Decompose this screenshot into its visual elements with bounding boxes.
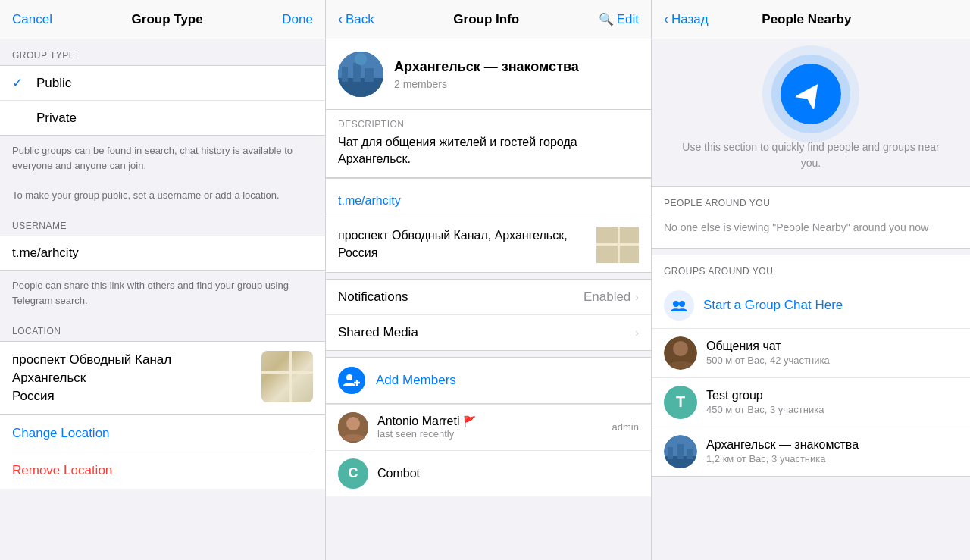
location-line2: Архангельск [12, 369, 252, 387]
obshenia-meta: 500 м от Вас, 42 участника [706, 355, 958, 366]
obshenia-avatar [664, 336, 697, 370]
arkhangelsk-info: Архангельск — знакомства 1,2 км от Вас, … [706, 438, 958, 465]
combot-avatar: C [338, 458, 368, 489]
svg-point-16 [679, 301, 685, 307]
combot-info: Combot [377, 467, 639, 480]
back-button[interactable]: ‹ Back [338, 11, 374, 27]
group-type-section: ✓ Public ✓ Private [0, 65, 325, 136]
svg-marker-14 [796, 79, 826, 109]
people-around-header: PEOPLE AROUND YOU [652, 187, 970, 214]
antonio-status: last seen recently [377, 428, 612, 440]
location-arrow-svg [796, 79, 826, 109]
edit-button[interactable]: 🔍 Edit [599, 12, 639, 27]
people-around-section: PEOPLE AROUND YOU No one else is viewing… [652, 186, 970, 249]
arkhangelsk-meta: 1,2 км от Вас, 3 участника [706, 453, 958, 465]
start-group-label: Start a Group Chat Here [703, 298, 843, 313]
start-group-icon [664, 290, 694, 321]
obshenia-name: Общения чат [706, 339, 958, 353]
test-group-name: Test group [706, 389, 958, 402]
notifications-chevron-icon: › [635, 291, 639, 303]
svg-point-15 [673, 301, 679, 307]
left-nav-bar: Cancel Group Type Done [0, 0, 325, 39]
right-back-button[interactable]: ‹ Назад [664, 11, 709, 27]
right-back-label: Назад [671, 12, 709, 27]
arkhangelsk-avatar [664, 435, 697, 468]
link-section: t.me/arhcity [326, 178, 651, 217]
group-row-arkhangelsk[interactable]: Архангельск — знакомства 1,2 км от Вас, … [652, 427, 970, 476]
arkhangelsk-avatar-svg [664, 435, 697, 468]
group-location-row[interactable]: проспект Обводный Канал, Архангельск, Ро… [326, 217, 651, 273]
username-header: USERNAME [0, 210, 325, 236]
svg-point-13 [346, 417, 360, 430]
username-value[interactable]: t.me/arhcity [0, 236, 325, 271]
group-location-text: проспект Обводный Канал, Архангельск, Ро… [338, 227, 589, 261]
left-nav-title: Group Type [132, 12, 203, 27]
location-line3: Россия [12, 387, 252, 405]
private-option[interactable]: ✓ Private [0, 101, 325, 135]
svg-point-5 [355, 53, 367, 65]
add-members-label: Add Members [376, 373, 456, 388]
nearby-description: Use this section to quickly find people … [652, 139, 970, 186]
middle-panel: ‹ Back Group Info 🔍 Edit [326, 0, 652, 560]
group-header: Архангельск — знакомства 2 members [326, 39, 651, 110]
antonio-role: admin [612, 421, 639, 433]
remove-location-button[interactable]: Remove Location [0, 452, 325, 489]
notifications-row[interactable]: Notifications Enabled › [326, 280, 651, 315]
combot-name: Combot [377, 467, 639, 480]
done-button[interactable]: Done [282, 12, 313, 27]
antonio-avatar [338, 412, 368, 443]
add-members-svg [343, 372, 360, 389]
right-back-chevron-icon: ‹ [664, 11, 668, 27]
member-row-antonio[interactable]: Antonio Marreti 🚩 last seen recently adm… [326, 404, 651, 450]
group-link[interactable]: t.me/arhcity [338, 194, 639, 208]
antonio-info: Antonio Marreti 🚩 last seen recently [377, 415, 612, 440]
public-checkmark: ✓ [12, 75, 27, 91]
public-info-p1: Public groups can be found in search, ch… [12, 143, 313, 173]
middle-nav-title: Group Info [453, 12, 519, 27]
nearby-icon-wrap [652, 39, 970, 139]
group-avatar[interactable] [338, 52, 383, 97]
obshenia-info: Общения чат 500 м от Вас, 42 участника [706, 339, 958, 366]
group-info-text: Архангельск — знакомства 2 members [394, 58, 639, 89]
antonio-name: Antonio Marreti 🚩 [377, 415, 612, 428]
back-chevron-icon: ‹ [338, 11, 343, 27]
svg-rect-4 [365, 68, 374, 82]
group-name: Архангельск — знакомства [394, 58, 639, 76]
group-location-map [596, 227, 639, 263]
svg-rect-8 [618, 227, 620, 263]
public-option[interactable]: ✓ Public [0, 66, 325, 101]
group-type-header: GROUP TYPE [0, 39, 325, 65]
username-info-text: People can share this link with others a… [0, 271, 325, 315]
test-avatar: T [664, 386, 697, 419]
svg-rect-2 [342, 67, 348, 82]
description-label: DESCRIPTION [338, 119, 639, 130]
group-map-svg [596, 227, 639, 263]
location-map-thumbnail[interactable] [261, 351, 313, 402]
right-panel: ‹ Назад People Nearby Use this section t… [652, 0, 970, 560]
notifications-value: Enabled [584, 289, 630, 305]
groups-around-section: GROUPS AROUND YOU Start a Group Chat Her… [652, 255, 970, 477]
antonio-flag-icon: 🚩 [463, 415, 476, 427]
groups-around-header: GROUPS AROUND YOU [652, 255, 970, 283]
member-row-combot[interactable]: C Combot [326, 450, 651, 496]
add-members-row[interactable]: Add Members [326, 357, 651, 404]
description-text: Чат для общения жителей и гостей города … [338, 134, 639, 168]
public-info-text: Public groups can be found in search, ch… [0, 136, 325, 210]
location-line1: проспект Обводный Канал [12, 351, 252, 369]
group-row-test[interactable]: T Test group 450 м от Вас, 3 участника [652, 378, 970, 427]
group-row-obshenia[interactable]: Общения чат 500 м от Вас, 42 участника [652, 329, 970, 378]
people-around-empty: No one else is viewing "People Nearby" a… [652, 214, 970, 248]
middle-nav-bar: ‹ Back Group Info 🔍 Edit [326, 0, 651, 39]
group-avatar-image [338, 52, 383, 97]
svg-rect-3 [353, 63, 361, 82]
start-group-row[interactable]: Start a Group Chat Here [652, 283, 970, 329]
arkhangelsk-nearby-name: Архангельск — знакомства [706, 438, 958, 452]
cancel-button[interactable]: Cancel [12, 12, 52, 27]
notifications-label: Notifications [338, 289, 584, 305]
map-inner [261, 351, 313, 402]
change-location-button[interactable]: Change Location [0, 415, 325, 452]
antonio-avatar-svg [338, 412, 368, 443]
shared-media-row[interactable]: Shared Media › [326, 315, 651, 350]
svg-point-9 [346, 374, 352, 380]
location-section: проспект Обводный Канал Архангельск Росс… [0, 341, 325, 415]
